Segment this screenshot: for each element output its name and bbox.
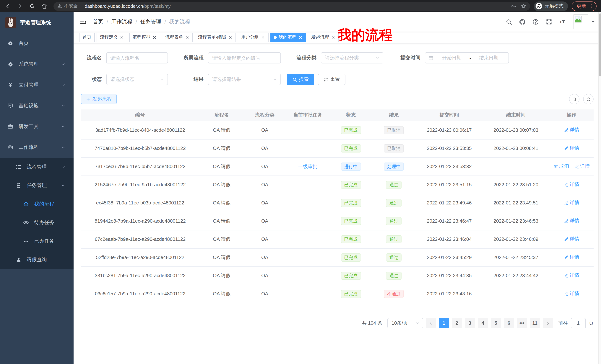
detail-link[interactable]: 详情 [564,200,579,206]
app-logo-row[interactable]: 芋道管理系统 [0,12,74,33]
tab-process-form-edit[interactable]: 流程表单-编辑 [195,32,236,42]
trash-icon [553,164,558,169]
update-browser-button[interactable]: 更新 [572,1,597,11]
detail-link[interactable]: 详情 [564,218,579,224]
breadcrumb-item[interactable]: 工作流程 [111,19,132,25]
sidebar-item-home[interactable]: 首页 [0,33,74,54]
tab-home[interactable]: 首页 [79,32,95,42]
cell-submit-time: 2022-01-22 23:46:04 [416,230,482,248]
cell-id: 67c2eaab-7b9a-11ec-a290-acde48001122 [81,230,200,248]
fullscreen-icon[interactable] [546,19,552,25]
cell-current-task [285,248,330,266]
cell-category: OA [244,121,286,139]
browser-menu-icon[interactable] [588,3,594,9]
cell-result: 通过 [372,248,416,266]
search-icon[interactable] [506,19,512,25]
tab-close-icon[interactable] [152,35,157,39]
avatar[interactable] [573,14,588,29]
detail-link[interactable]: 详情 [564,236,579,242]
page-button-6[interactable]: 6 [504,318,514,328]
bookmark-star-icon[interactable] [521,3,526,9]
sidebar-item-done-task[interactable]: 已办任务 [0,232,74,250]
process-category-select[interactable]: 请选择流程分类 [321,52,383,63]
tab-close-icon[interactable] [331,35,335,39]
process-definition-input[interactable] [208,52,281,63]
detail-link[interactable]: 详情 [564,254,579,261]
sidebar-item-process-management[interactable]: 流程管理 [0,158,74,176]
tab-close-icon[interactable] [261,35,265,39]
detail-link[interactable]: 详情 [564,290,579,297]
tab-process-definition[interactable]: 流程定义 [97,32,127,42]
back-icon[interactable] [4,3,11,9]
page-content: 流程名 所属流程 流程分类 请选择流程分类 提交时间 开始日期 [74,43,601,328]
sidebar-item-leave-query[interactable]: 请假查询 [0,250,74,269]
cancel-link[interactable]: 取消 [553,163,569,170]
detail-link[interactable]: 详情 [564,145,579,152]
search-button[interactable]: 搜索 [287,74,314,85]
prev-page-button[interactable] [426,318,436,328]
cell-category: OA [244,285,286,303]
cell-submit-time: 2022-01-22 23:43:16 [416,285,482,303]
tab-my-process[interactable]: 我的流程 [270,32,306,42]
sidebar-item-dev-tools[interactable]: 研发工具 [0,116,74,137]
submit-time-range-picker[interactable]: 开始日期 - 结束日期 [425,52,509,63]
cell-process-name: OA 请假 [200,230,244,248]
page-button-2[interactable]: 2 [452,318,462,328]
page-button-11[interactable]: 11 [530,318,540,328]
detail-link[interactable]: 详情 [564,272,579,279]
page-button-3[interactable]: 3 [465,318,475,328]
detail-link[interactable]: 详情 [564,181,579,188]
page-button-5[interactable]: 5 [491,318,501,328]
page-size-select[interactable]: 10条/页 [387,318,423,328]
address-bar[interactable]: 不安全 dashboard.yudao.iocoder.cn /bpm/task… [53,2,530,10]
github-icon[interactable] [519,19,526,25]
result-select[interactable]: 请选择流结果 [208,74,281,85]
sidebar-item-todo-task[interactable]: 待办任务 [0,213,74,232]
tab-close-icon[interactable] [120,35,124,39]
question-icon[interactable] [532,19,539,25]
status-select[interactable]: 请选择状态 [106,74,168,85]
detail-link[interactable]: 详情 [564,127,579,133]
scrollbar[interactable] [598,12,601,364]
tab-process-form[interactable]: 流程表单 [162,32,193,42]
reset-button[interactable]: 重置 [318,74,345,85]
detail-link[interactable]: 详情 [574,163,590,170]
cell-result: 通过 [372,230,416,248]
cell-process-name: OA 请假 [200,248,244,266]
tab-close-icon[interactable] [185,35,190,39]
scrollbar-thumb[interactable] [599,13,601,77]
cell-id: 3ad174fb-7b9d-11ec-8404-acde48001122 [81,121,200,139]
create-process-button[interactable]: 发起流程 [81,94,117,104]
sidebar-item-workflow[interactable]: 工作流程 [0,137,74,158]
incognito-label: 无痕模式 [545,3,563,9]
breadcrumb-item[interactable]: 首页 [93,19,103,25]
page-button-1[interactable]: 1 [439,318,449,328]
reload-icon[interactable] [29,3,35,9]
sidebar-item-infrastructure[interactable]: 基础设施 [0,95,74,116]
sidebar-item-system-management[interactable]: 系统管理 [0,54,74,75]
sidebar-fold-icon[interactable] [80,18,87,26]
tab-close-icon[interactable] [228,35,232,39]
next-page-button[interactable] [543,318,553,328]
tab-user-group[interactable]: 用户分组 [238,32,269,42]
breadcrumb-item[interactable]: 任务管理 [140,19,161,25]
show-search-button[interactable] [569,94,580,104]
sidebar-item-payment-management[interactable]: 支付管理 [0,75,74,95]
tab-create-process[interactable]: 发起流程 [308,32,339,42]
status-badge: 已完成 [341,253,361,261]
fontsize-icon[interactable]: TT [559,19,566,25]
sidebar-item-my-process[interactable]: 我的流程 [0,195,74,213]
home-icon[interactable] [41,3,48,9]
password-key-icon[interactable] [511,3,516,9]
page-button-4[interactable]: 4 [478,318,488,328]
process-name-input[interactable] [106,52,168,63]
forward-icon[interactable] [17,3,23,9]
tab-close-icon[interactable] [298,35,303,39]
refresh-table-button[interactable] [583,94,594,104]
sidebar-item-task-management[interactable]: 任务管理 [0,176,74,195]
tab-process-model[interactable]: 流程模型 [129,32,160,42]
avatar-caret-icon[interactable] [591,19,596,25]
goto-page-input[interactable] [571,318,586,328]
pager-more-button[interactable]: ••• [517,318,527,328]
current-task-link[interactable]: 一级审批 [298,163,317,169]
